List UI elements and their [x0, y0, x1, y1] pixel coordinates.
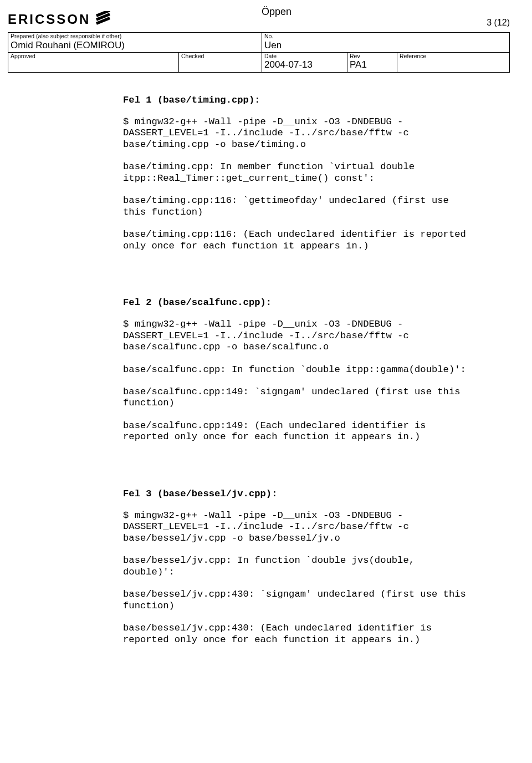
- code-paragraph: base/scalfunc.cpp:149: `signgam' undecla…: [123, 386, 468, 409]
- rev-value: PA1: [347, 59, 397, 72]
- no-label: No.: [262, 33, 509, 40]
- code-paragraph: base/timing.cpp:116: (Each undeclared id…: [123, 229, 468, 252]
- section-title: Fel 3 (base/bessel/jv.cpp):: [123, 489, 468, 499]
- logo-text: ERICSSON: [8, 12, 90, 27]
- reference-value: [397, 59, 509, 72]
- prepared-value: Omid Rouhani (EOMIROU): [8, 40, 262, 52]
- code-paragraph: base/bessel/jv.cpp:430: `signgam' undecl…: [123, 589, 468, 612]
- reference-label: Reference: [397, 53, 509, 60]
- code-paragraph: $ mingw32-g++ -Wall -pipe -D__unix -O3 -…: [123, 116, 468, 150]
- classification-label: Öppen: [262, 6, 291, 18]
- checked-value: [179, 59, 262, 72]
- code-paragraph: base/scalfunc.cpp:149: (Each undeclared …: [123, 420, 468, 443]
- code-paragraph: $ mingw32-g++ -Wall -pipe -D__unix -O3 -…: [123, 319, 468, 353]
- section-title: Fel 1 (base/timing.cpp):: [123, 95, 468, 105]
- code-paragraph: base/timing.cpp:116: `gettimeofday' unde…: [123, 195, 468, 218]
- rev-label: Rev: [347, 53, 397, 60]
- page-number: 3 (12): [487, 18, 510, 28]
- code-paragraph: base/scalfunc.cpp: In function `double i…: [123, 364, 468, 375]
- checked-label: Checked: [179, 53, 262, 60]
- ericsson-bars-icon: [96, 11, 112, 28]
- document-header-table: Prepared (also subject responsible if ot…: [8, 32, 510, 73]
- approved-label: Approved: [8, 53, 178, 60]
- code-paragraph: base/timing.cpp: In member function `vir…: [123, 161, 468, 184]
- prepared-label: Prepared (also subject responsible if ot…: [8, 33, 262, 40]
- approved-value: [8, 59, 178, 72]
- logo: ERICSSON: [8, 11, 510, 28]
- code-paragraph: base/bessel/jv.cpp:430: (Each undeclared…: [123, 623, 468, 645]
- document-body: Fel 1 (base/timing.cpp): $ mingw32-g++ -…: [123, 95, 468, 645]
- code-paragraph: $ mingw32-g++ -Wall -pipe -D__unix -O3 -…: [123, 510, 468, 544]
- date-value: 2004-07-13: [262, 59, 347, 72]
- section-title: Fel 2 (base/scalfunc.cpp):: [123, 297, 468, 308]
- date-label: Date: [262, 53, 347, 60]
- code-paragraph: base/bessel/jv.cpp: In function `double …: [123, 555, 468, 578]
- no-value: Uen: [262, 40, 509, 52]
